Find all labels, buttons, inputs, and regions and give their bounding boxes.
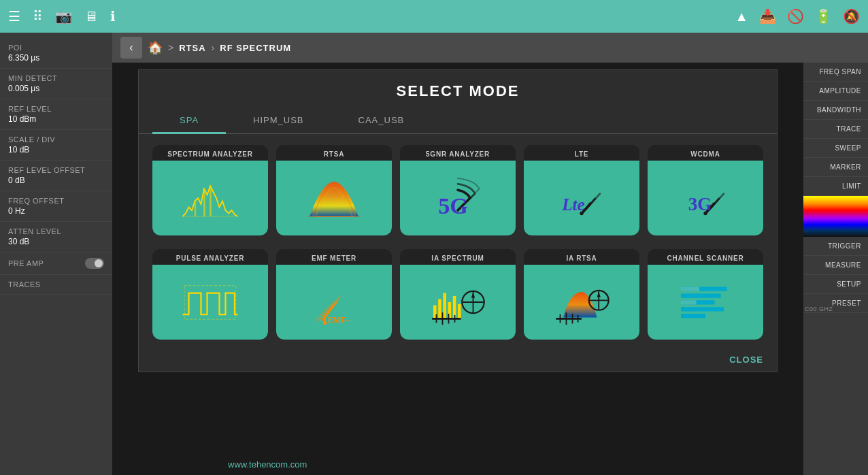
top-toolbar: ☰ ⠿ 📷 🖥 ℹ ▲ 📥 🚫 🔋 🔕 bbox=[0, 0, 868, 33]
monitor-icon[interactable]: 🖥 bbox=[84, 9, 98, 24]
svg-rect-1 bbox=[203, 189, 205, 217]
min-detect-label: MIN DETECT bbox=[8, 74, 104, 82]
grid-icon[interactable]: ⠿ bbox=[33, 8, 43, 24]
pre-amp-toggle[interactable] bbox=[85, 258, 104, 269]
pulse-analyzer-icon bbox=[152, 265, 268, 340]
mode-card-spectrum-analyzer[interactable]: SPECTRUM ANALYZER bbox=[152, 145, 268, 235]
ref-level-offset-label: REF LEVEL OFFSET bbox=[8, 166, 104, 174]
lte-icon: Lte bbox=[524, 161, 639, 235]
sidebar-marker[interactable]: MARKER bbox=[803, 158, 868, 177]
hamburger-icon[interactable]: ☰ bbox=[8, 8, 20, 24]
5gnr-label: 5GNR ANALYZER bbox=[400, 145, 516, 161]
mode-card-wcdma[interactable]: WCDMA 3G bbox=[648, 145, 763, 235]
mode-card-5gnr[interactable]: 5GNR ANALYZER 5G bbox=[400, 145, 516, 235]
lte-label: LTE bbox=[524, 145, 639, 161]
svg-rect-41 bbox=[681, 307, 724, 311]
upload-icon[interactable]: ▲ bbox=[735, 9, 748, 24]
breadcrumb-rf-spectrum: RF SPECTRUM bbox=[220, 43, 291, 53]
sidebar-amplitude[interactable]: AMPLITUDE bbox=[803, 82, 868, 101]
info-icon[interactable]: ℹ bbox=[110, 8, 116, 24]
svg-text:EMF–: EMF– bbox=[328, 316, 350, 325]
battery-icon[interactable]: 🔋 bbox=[815, 8, 832, 24]
mode-card-channel-scanner[interactable]: CHANNEL SCANNER bbox=[648, 249, 763, 340]
5gnr-icon: 5G bbox=[400, 161, 516, 235]
breadcrumb-sep2: › bbox=[212, 42, 215, 53]
spectrum-analyzer-label: SPECTRUM ANALYZER bbox=[152, 145, 268, 161]
poi-value: 6.350 μs bbox=[8, 53, 104, 63]
atten-level-label: ATTEN LEVEL bbox=[8, 227, 104, 235]
svg-rect-39 bbox=[681, 293, 721, 297]
sidebar-measure[interactable]: MEASURE bbox=[803, 256, 868, 275]
ref-level-value: 10 dBm bbox=[8, 114, 104, 124]
ref-level-offset-value: 0 dB bbox=[8, 176, 104, 185]
sidebar-ref-level[interactable]: REF LEVEL 10 dBm bbox=[0, 99, 112, 130]
ia-rtsa-label: IA RTSA bbox=[524, 249, 639, 265]
download-icon[interactable]: 📥 bbox=[759, 8, 776, 24]
mode-card-rtsa[interactable]: RTSA bbox=[276, 145, 392, 235]
emf-meter-icon: EMF– bbox=[276, 265, 392, 340]
tab-caa-usb[interactable]: CAA_USB bbox=[331, 108, 432, 134]
poi-label: POI bbox=[8, 44, 104, 52]
modal-title: SELECT MODE bbox=[139, 70, 777, 108]
svg-marker-23 bbox=[471, 293, 475, 298]
mode-card-lte[interactable]: LTE Lte bbox=[524, 145, 639, 235]
modal-footer: CLOSE bbox=[139, 350, 777, 372]
sidebar-atten-level[interactable]: ATTEN LEVEL 30 dB bbox=[0, 222, 112, 252]
scale-div-label: SCALE / DIV bbox=[8, 135, 104, 144]
wifi-off-icon[interactable]: 🚫 bbox=[787, 8, 804, 24]
sidebar-min-detect[interactable]: MIN DETECT 0.005 μs bbox=[0, 69, 112, 99]
mode-card-pulse-analyzer[interactable]: PULSE ANALYZER bbox=[152, 249, 268, 340]
camera-icon[interactable]: 📷 bbox=[55, 8, 72, 24]
mode-card-ia-rtsa[interactable]: IA RTSA bbox=[524, 249, 639, 340]
website-text: www.tehencom.com bbox=[228, 459, 307, 470]
bell-off-icon[interactable]: 🔕 bbox=[843, 8, 860, 24]
svg-text:5G: 5G bbox=[438, 193, 468, 218]
pulse-analyzer-label: PULSE ANALYZER bbox=[152, 249, 268, 265]
svg-text:3G: 3G bbox=[688, 194, 712, 214]
svg-rect-42 bbox=[681, 314, 705, 318]
sidebar-sweep[interactable]: SWEEP bbox=[803, 139, 868, 158]
freq-offset-label: FREQ OFFSET bbox=[8, 197, 104, 205]
back-button[interactable]: ‹ bbox=[120, 37, 142, 59]
home-icon[interactable]: 🏠 bbox=[148, 40, 163, 55]
mode-grid-row2: PULSE ANALYZER bbox=[139, 246, 777, 350]
right-sidebar: FREQ SPAN AMPLITUDE BANDWIDTH TRACE SWEE… bbox=[803, 63, 868, 475]
sidebar-scale-div[interactable]: SCALE / DIV 10 dB bbox=[0, 130, 112, 161]
spectrum-analyzer-icon bbox=[152, 161, 268, 235]
sidebar-setup[interactable]: SETUP bbox=[803, 275, 868, 294]
sidebar-pre-amp[interactable]: PRE AMP bbox=[0, 252, 112, 275]
sidebar-preset[interactable]: PRESET c00 GHz bbox=[803, 294, 868, 313]
rtsa-label: RTSA bbox=[276, 145, 392, 161]
left-sidebar: POI 6.350 μs MIN DETECT 0.005 μs REF LEV… bbox=[0, 33, 112, 475]
sidebar-bandwidth[interactable]: BANDWIDTH bbox=[803, 101, 868, 120]
wcdma-label: WCDMA bbox=[648, 145, 763, 161]
sidebar-freq-span[interactable]: FREQ SPAN bbox=[803, 63, 868, 82]
svg-rect-16 bbox=[443, 293, 446, 319]
svg-rect-10 bbox=[184, 286, 236, 320]
sidebar-freq-offset[interactable]: FREQ OFFSET 0 Hz bbox=[0, 191, 112, 222]
rtsa-icon bbox=[276, 161, 392, 235]
ia-spectrum-label: IA SPECTRUM bbox=[400, 249, 516, 265]
svg-rect-43 bbox=[681, 287, 699, 291]
svg-rect-19 bbox=[458, 304, 461, 319]
emf-meter-label: EMF METER bbox=[276, 249, 392, 265]
breadcrumb-rtsa: RTSA bbox=[179, 43, 205, 53]
svg-point-12 bbox=[323, 321, 327, 325]
sidebar-ref-level-offset[interactable]: REF LEVEL OFFSET 0 dB bbox=[0, 161, 112, 191]
sidebar-trigger[interactable]: TRIGGER bbox=[803, 237, 868, 256]
mode-card-ia-spectrum[interactable]: IA SPECTRUM bbox=[400, 249, 516, 340]
svg-rect-44 bbox=[681, 300, 697, 304]
close-button[interactable]: CLOSE bbox=[729, 355, 763, 365]
svg-text:Lte: Lte bbox=[561, 195, 585, 214]
tab-hipm-usb[interactable]: HIPM_USB bbox=[226, 108, 331, 134]
sidebar-trace[interactable]: TRACE bbox=[803, 120, 868, 139]
sidebar-traces[interactable]: TRACES bbox=[0, 275, 112, 295]
sidebar-poi[interactable]: POI 6.350 μs bbox=[0, 38, 112, 69]
tab-spa[interactable]: SPA bbox=[152, 108, 226, 134]
pre-amp-label: PRE AMP bbox=[8, 259, 44, 267]
min-detect-value: 0.005 μs bbox=[8, 84, 104, 93]
mode-card-emf-meter[interactable]: EMF METER bbox=[276, 249, 392, 340]
svg-rect-2 bbox=[210, 186, 212, 216]
sidebar-limit[interactable]: LIMIT bbox=[803, 177, 868, 196]
atten-level-value: 30 dB bbox=[8, 237, 104, 246]
